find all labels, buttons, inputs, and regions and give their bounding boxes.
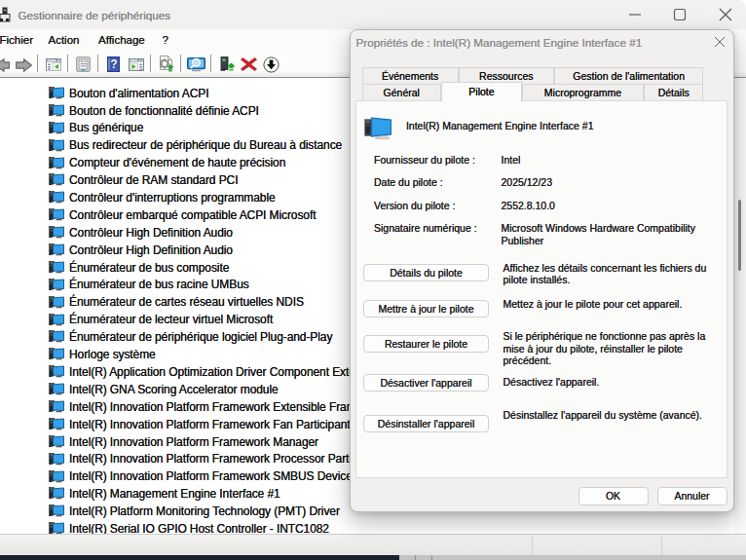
svg-text:?: ?	[110, 57, 117, 71]
